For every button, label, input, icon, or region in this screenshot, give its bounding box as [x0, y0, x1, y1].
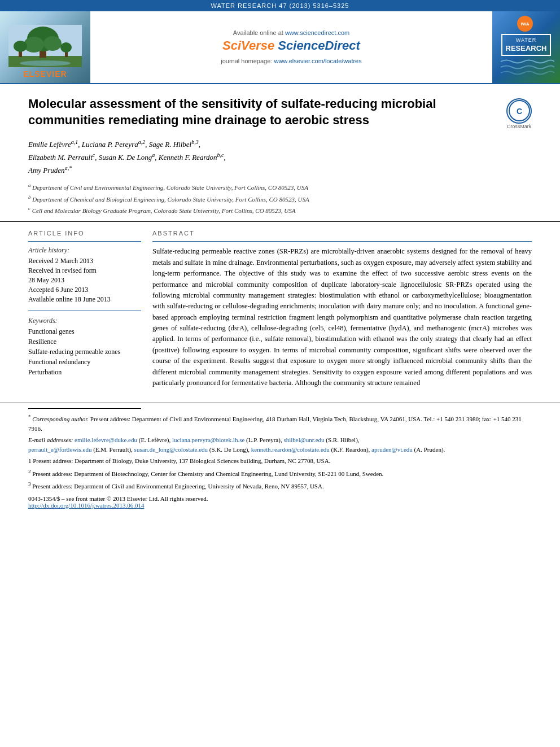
keywords-divider [28, 311, 141, 311]
affiliations: a Department of Civil and Environmental … [28, 181, 532, 216]
journal-homepage-text: journal homepage: www.elsevier.com/locat… [221, 58, 361, 64]
water-research-decoration [498, 56, 554, 78]
corresponding-author-note: * Corresponding author. Present address:… [28, 413, 532, 433]
footer-section: * Corresponding author. Present address:… [0, 402, 560, 514]
article-info-header: ARTICLE INFO [28, 230, 141, 237]
abstract-header: ABSTRACT [152, 230, 532, 237]
footer-divider [28, 408, 141, 409]
water-research-title-line1: WATER [506, 37, 547, 44]
two-column-section: ARTICLE INFO Article history: Received 2… [0, 222, 560, 396]
copyright-notice: 0043-1354/$ – see front matter © 2013 El… [28, 495, 532, 502]
svg-point-9 [60, 42, 72, 53]
email-lefevre[interactable]: emilie.lefevre@duke.edu [75, 436, 137, 443]
keyword-functional-genes: Functional genes [28, 327, 141, 336]
doi-url[interactable]: http://dx.doi.org/10.1016/j.watres.2013.… [28, 502, 144, 509]
email-hiibel[interactable]: shiibel@unr.edu [283, 436, 324, 443]
water-research-badge: WATER RESEARCH [501, 34, 552, 56]
history-label: Article history: [28, 246, 141, 255]
received-date: Received 2 March 2013 [28, 257, 141, 265]
crossmark-container[interactable]: C CrossMark [506, 98, 532, 129]
available-online-text: Available online at www.sciencedirect.co… [233, 29, 349, 36]
journal-topbar: WATER RESEARCH 47 (2013) 5316–5325 [0, 0, 560, 11]
article-title-section: C CrossMark Molecular assessment of the … [0, 84, 560, 222]
abstract-column: ABSTRACT Sulfate-reducing permeable reac… [152, 230, 532, 388]
footnote-3: 3 Present address: Department of Civil a… [28, 480, 532, 491]
svg-point-5 [43, 36, 62, 51]
accepted-date: Accepted 6 June 2013 [28, 286, 141, 294]
authors-line: Emilie Lefèvrea,1, Luciana P. Pereyraa,2… [28, 138, 532, 177]
article-main-title: Molecular assessment of the sensitivity … [28, 95, 532, 129]
journal-citation: WATER RESEARCH 47 (2013) 5316–5325 [211, 2, 349, 9]
abstract-text: Sulfate-reducing permeable reactive zone… [152, 246, 532, 388]
keyword-perturbation: Perturbation [28, 368, 141, 377]
crossmark-icon: C [506, 98, 532, 124]
footnote-1: 1 Present address: Department of Biology… [28, 456, 532, 466]
revised-label: Received in revised form [28, 267, 141, 275]
email-addresses-note: E-mail addresses: emilie.lefevre@duke.ed… [28, 435, 532, 454]
water-research-title-line2: RESEARCH [506, 44, 547, 53]
article-info-column: ARTICLE INFO Article history: Received 2… [28, 230, 141, 388]
revised-date: 28 May 2013 [28, 276, 141, 285]
email-pereyra[interactable]: luciana.pereyra@biotek.lh.se [172, 436, 244, 443]
email-delong[interactable]: susan.de_long@colostate.edu [134, 446, 208, 453]
journal-header: ELSEVIER Available online at www.science… [0, 11, 560, 84]
keywords-section: Keywords: Functional genes Resilience Su… [28, 317, 141, 377]
doi-link[interactable]: http://dx.doi.org/10.1016/j.watres.2013.… [28, 502, 532, 509]
iwa-badge: IWA [517, 16, 535, 32]
email-perrault[interactable]: perrault_e@fortlewis.edu [28, 446, 91, 453]
keyword-resilience: Resilience [28, 338, 141, 346]
article-history-block: Article history: Received 2 March 2013 R… [28, 246, 141, 304]
elsevier-label: ELSEVIER [23, 69, 67, 78]
crossmark-label: CrossMark [506, 124, 532, 129]
article-info-divider [28, 241, 141, 242]
footnote-2: 2 Present address: Department of Biotech… [28, 468, 532, 478]
keywords-label: Keywords: [28, 317, 141, 325]
available-online-date: Available online 18 June 2013 [28, 295, 141, 304]
svg-point-7 [14, 41, 27, 52]
header-center: Available online at www.sciencedirect.co… [90, 11, 492, 83]
email-reardon[interactable]: kenneth.reardon@colostate.edu [251, 446, 330, 453]
iwa-circle-icon: IWA [517, 16, 533, 32]
svg-point-10 [20, 60, 71, 66]
svg-text:C: C [516, 107, 522, 116]
journal-homepage-url[interactable]: www.elsevier.com/locate/watres [274, 58, 361, 64]
sciencedirect-url[interactable]: www.sciencedirect.com [285, 29, 349, 36]
sciverse-logo: SciVerse ScienceDirect [222, 38, 360, 53]
abstract-divider [152, 241, 532, 242]
elsevier-tree-illustration [8, 25, 82, 67]
email-pruden[interactable]: apruden@vt.edu [371, 446, 413, 453]
keyword-sulfate-reducing: Sulfate-reducing permeable zones [28, 348, 141, 356]
keyword-functional-redundancy: Functional redundancy [28, 358, 141, 366]
elsevier-logo-area: ELSEVIER [0, 11, 90, 83]
water-research-logo-area: IWA WATER RESEARCH [492, 11, 560, 83]
